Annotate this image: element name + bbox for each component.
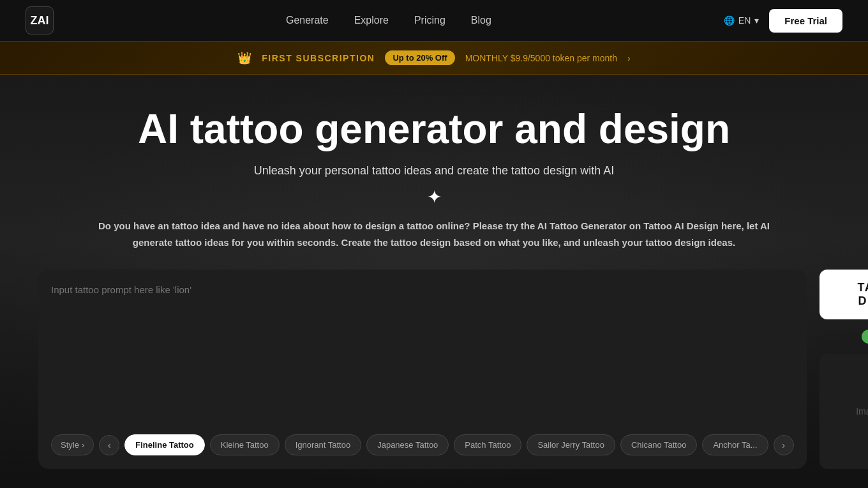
nav-explore[interactable]: Explore	[354, 15, 389, 26]
right-panel: TATTOO DESIGN Display Public Image is he…	[819, 270, 868, 469]
style-tag-anchor[interactable]: Anchor Ta...	[702, 434, 768, 455]
nav-blog[interactable]: Blog	[471, 15, 491, 26]
banner-offer-text[interactable]: MONTHLY $9.9/5000 token per month	[465, 53, 617, 63]
nav-generate[interactable]: Generate	[286, 15, 329, 26]
prompt-container: Style › ‹ Fineline Tattoo Kleine Tattoo …	[38, 270, 807, 469]
nav-pricing[interactable]: Pricing	[414, 15, 445, 26]
image-preview: Image is here	[819, 354, 868, 469]
style-tag-kleine[interactable]: Kleine Tattoo	[210, 434, 280, 455]
globe-icon: 🌐	[724, 15, 735, 26]
hero-title: AI tattoo generator and design	[138, 107, 730, 151]
nav-right: 🌐 EN ▾ Free Trial	[724, 9, 842, 33]
hero-section: AI tattoo generator and design Unleash y…	[0, 75, 868, 488]
crown-icon: 👑	[237, 51, 251, 65]
tattoo-design-button[interactable]: TATTOO DESIGN	[819, 270, 868, 319]
style-tag-japanese[interactable]: Japanese Tattoo	[366, 434, 449, 455]
style-dropdown-button[interactable]: Style ›	[51, 434, 94, 455]
style-label-text: Style	[61, 440, 79, 450]
scroll-left-button[interactable]: ‹	[99, 435, 119, 455]
style-tag-fineline[interactable]: Fineline Tattoo	[124, 434, 204, 455]
navbar: ZAI Generate Explore Pricing Blog 🌐 EN ▾…	[0, 0, 868, 41]
style-tags-row: Style › ‹ Fineline Tattoo Kleine Tattoo …	[51, 434, 794, 455]
sparkle-icon: ✦	[427, 187, 442, 208]
logo-icon: ZAI	[26, 6, 54, 34]
image-placeholder-text: Image is here	[856, 406, 868, 416]
hero-description: Do you have an tattoo idea and have no i…	[83, 218, 785, 250]
nav-links: Generate Explore Pricing Blog	[286, 15, 491, 26]
style-tag-ignorant[interactable]: Ignorant Tattoo	[285, 434, 362, 455]
style-tag-chicano[interactable]: Chicano Tattoo	[620, 434, 698, 455]
language-selector[interactable]: 🌐 EN ▾	[724, 15, 759, 26]
chevron-down-icon: ▾	[754, 15, 759, 26]
discount-badge: Up to 20% Off	[385, 50, 454, 65]
prompt-input[interactable]	[51, 282, 794, 423]
hero-subtitle: Unleash your personal tattoo ideas and c…	[254, 164, 614, 178]
display-public-toggle[interactable]: Display Public	[819, 330, 868, 344]
toggle-switch[interactable]	[862, 330, 868, 344]
free-trial-button[interactable]: Free Trial	[769, 9, 842, 33]
banner-arrow-icon: ›	[627, 53, 631, 63]
subscription-label: FIRST SUBSCRIPTION	[262, 53, 375, 63]
scroll-right-button[interactable]: ›	[774, 435, 794, 455]
logo[interactable]: ZAI	[26, 6, 54, 34]
chevron-right-icon: ›	[82, 440, 84, 450]
main-input-area: Style › ‹ Fineline Tattoo Kleine Tattoo …	[26, 270, 842, 469]
style-tag-sailor-jerry[interactable]: Sailor Jerry Tattoo	[527, 434, 615, 455]
style-tag-patch[interactable]: Patch Tattoo	[454, 434, 521, 455]
promo-banner[interactable]: 👑 FIRST SUBSCRIPTION Up to 20% Off MONTH…	[0, 41, 868, 75]
